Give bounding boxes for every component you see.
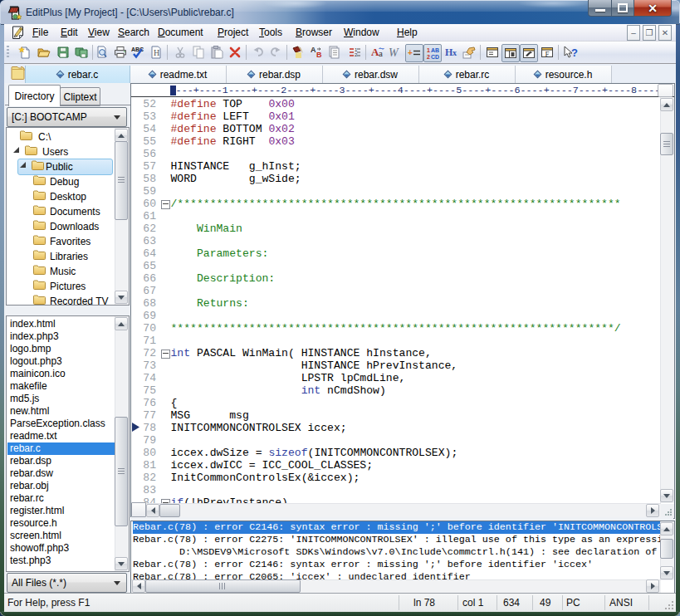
svg-text:CD: CD (431, 54, 439, 60)
svg-text:1: 1 (427, 47, 430, 53)
svg-text:W: W (389, 46, 399, 59)
svg-text:B: B (316, 51, 322, 59)
svg-text:H: H (154, 48, 159, 57)
svg-text:A: A (311, 46, 316, 54)
svg-text:2: 2 (427, 54, 430, 60)
svg-text:a: a (379, 48, 383, 58)
svg-text:+: + (408, 48, 413, 57)
svg-text:F: F (545, 50, 550, 58)
svg-text:AB: AB (431, 47, 439, 53)
svg-text:?: ? (571, 46, 578, 59)
svg-text:x: x (453, 48, 457, 57)
svg-text:2: 2 (355, 52, 358, 57)
